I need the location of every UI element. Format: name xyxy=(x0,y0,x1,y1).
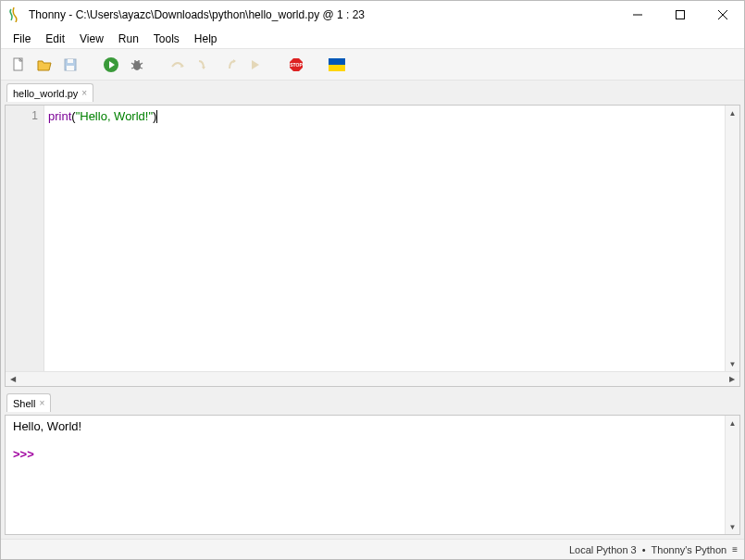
menu-edit[interactable]: Edit xyxy=(39,31,71,47)
svg-rect-1 xyxy=(677,11,685,19)
close-icon[interactable]: × xyxy=(39,398,44,408)
save-icon[interactable] xyxy=(60,55,81,75)
status-separator: • xyxy=(642,544,646,555)
step-out-icon[interactable] xyxy=(219,55,240,75)
maximize-button[interactable] xyxy=(659,1,702,29)
shell-prompt: >>> xyxy=(13,447,37,461)
svg-point-14 xyxy=(134,60,136,62)
resume-icon[interactable] xyxy=(245,55,266,75)
shell-output: Hello, World! xyxy=(13,419,81,433)
text-cursor xyxy=(156,110,157,123)
svg-text:STOP: STOP xyxy=(290,62,303,68)
window-controls xyxy=(616,1,744,29)
open-folder-icon[interactable] xyxy=(34,55,55,75)
menu-tools[interactable]: Tools xyxy=(147,31,186,47)
status-interpreter[interactable]: Local Python 3 xyxy=(569,544,637,555)
svg-point-9 xyxy=(133,61,141,70)
editor-tabstrip: hello_world.py × xyxy=(1,81,744,101)
svg-line-13 xyxy=(140,68,143,68)
minimize-button[interactable] xyxy=(616,1,659,29)
scroll-right-icon[interactable]: ▶ xyxy=(725,372,739,386)
code-text[interactable]: print("Hello, World!") xyxy=(44,106,725,371)
scroll-left-icon[interactable]: ◀ xyxy=(6,372,20,386)
run-icon[interactable] xyxy=(101,55,121,75)
window-title: Thonny - C:\Users\ayazc\Downloads\python… xyxy=(29,8,365,21)
editor-tab-hello-world[interactable]: hello_world.py × xyxy=(6,83,93,102)
svg-line-12 xyxy=(131,68,134,68)
statusbar: Local Python 3 • Thonny's Python ≡ xyxy=(1,539,744,559)
shell-tab[interactable]: Shell × xyxy=(6,393,51,412)
editor-pane: 1 print("Hello, World!") ▲ ▼ ◀ ▶ xyxy=(5,105,740,387)
code-editor[interactable]: 1 print("Hello, World!") ▲ ▼ xyxy=(6,106,739,371)
token-string: "Hello, World!" xyxy=(76,109,153,123)
status-backend[interactable]: Thonny's Python xyxy=(652,544,727,555)
thonny-app-icon xyxy=(8,7,23,22)
ukraine-flag-icon[interactable] xyxy=(327,55,347,75)
line-gutter: 1 xyxy=(6,106,44,371)
debug-icon[interactable] xyxy=(127,55,147,75)
menu-view[interactable]: View xyxy=(73,31,110,47)
svg-rect-19 xyxy=(329,65,345,71)
scroll-down-icon[interactable]: ▼ xyxy=(726,356,739,371)
titlebar: Thonny - C:\Users\ayazc\Downloads\python… xyxy=(1,1,744,29)
editor-horizontal-scrollbar[interactable]: ◀ ▶ xyxy=(6,371,739,386)
menubar: File Edit View Run Tools Help xyxy=(1,29,744,49)
svg-rect-18 xyxy=(329,58,345,65)
shell[interactable]: Hello, World! >>> ▲ ▼ xyxy=(6,416,739,534)
new-file-icon[interactable] xyxy=(8,55,29,75)
shell-pane: Hello, World! >>> ▲ ▼ xyxy=(5,415,740,535)
editor-vertical-scrollbar[interactable]: ▲ ▼ xyxy=(725,106,739,371)
scroll-up-icon[interactable]: ▲ xyxy=(726,416,739,430)
svg-rect-6 xyxy=(68,59,73,63)
step-over-icon[interactable] xyxy=(168,55,188,75)
menu-file[interactable]: File xyxy=(6,31,37,47)
shell-text[interactable]: Hello, World! >>> xyxy=(6,416,725,534)
svg-rect-7 xyxy=(67,66,74,70)
menu-run[interactable]: Run xyxy=(112,31,145,47)
hamburger-icon[interactable]: ≡ xyxy=(732,544,737,554)
toolbar: STOP xyxy=(1,49,744,81)
svg-point-15 xyxy=(138,60,140,62)
line-number-1: 1 xyxy=(6,109,38,122)
shell-vertical-scrollbar[interactable]: ▲ ▼ xyxy=(725,416,739,534)
scroll-up-icon[interactable]: ▲ xyxy=(726,106,739,120)
shell-tabstrip: Shell × xyxy=(1,391,744,411)
close-button[interactable] xyxy=(702,1,744,29)
shell-tab-label: Shell xyxy=(13,398,35,409)
svg-line-10 xyxy=(131,63,134,65)
token-function: print xyxy=(48,109,71,123)
step-into-icon[interactable] xyxy=(193,55,214,75)
editor-tab-label: hello_world.py xyxy=(13,88,78,99)
menu-help[interactable]: Help xyxy=(188,31,224,47)
close-icon[interactable]: × xyxy=(81,88,87,98)
stop-icon[interactable]: STOP xyxy=(286,55,306,75)
app-window: Thonny - C:\Users\ayazc\Downloads\python… xyxy=(0,0,745,560)
scroll-down-icon[interactable]: ▼ xyxy=(726,519,739,534)
workspace: hello_world.py × 1 print("Hello, World!"… xyxy=(1,81,744,539)
svg-line-11 xyxy=(140,63,143,65)
